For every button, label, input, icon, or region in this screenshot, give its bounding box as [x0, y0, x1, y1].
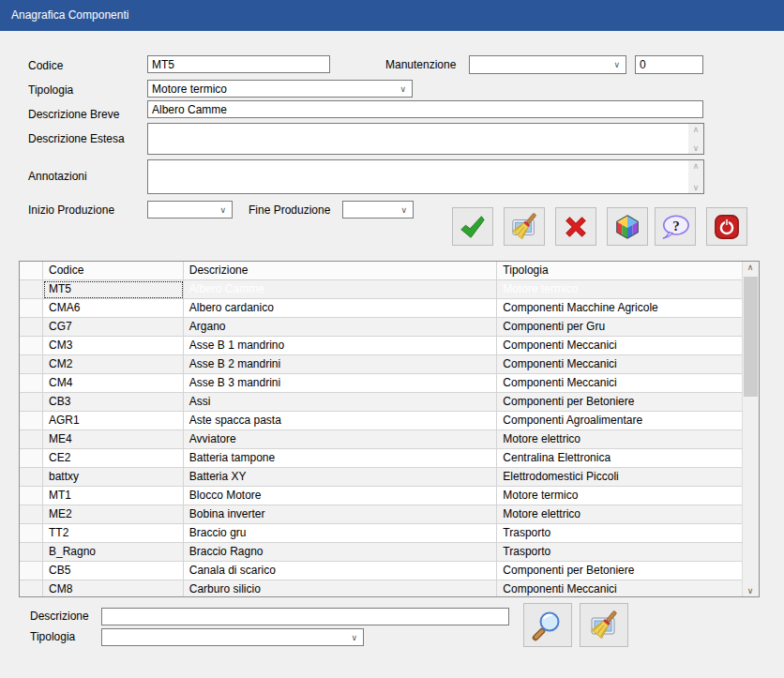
cell-descrizione[interactable]: Asse B 2 mandrini	[184, 355, 498, 374]
cell-codice[interactable]: MT1	[43, 487, 184, 505]
cell-tipologia[interactable]: Componenti Meccanici	[497, 374, 742, 393]
row-header-cell[interactable]	[20, 280, 43, 299]
table-row[interactable]: ME2Bobina inverterMotore elettrico	[20, 505, 742, 524]
cell-tipologia[interactable]: Componenti per Betoniere	[497, 562, 742, 580]
cell-codice[interactable]: CB3	[43, 393, 184, 412]
cell-tipologia[interactable]: Motore termico	[497, 280, 742, 299]
cell-tipologia[interactable]: Motore termico	[497, 487, 742, 505]
row-header-cell[interactable]	[20, 355, 43, 374]
cell-descrizione[interactable]: Argano	[184, 318, 498, 337]
cell-descrizione[interactable]: Asse B 3 mandrini	[184, 374, 498, 393]
cell-tipologia[interactable]: Componenti Macchine Agricole	[497, 299, 742, 318]
cell-codice[interactable]: ME2	[43, 505, 184, 524]
cell-descrizione[interactable]: Albero Camme	[184, 280, 498, 299]
textarea-scrollbar[interactable]: ∧ ∨	[688, 124, 703, 154]
cell-codice[interactable]: CM2	[43, 355, 184, 374]
cell-codice[interactable]: ME4	[43, 430, 184, 449]
table-row[interactable]: CMA6Albero cardanicoComponenti Macchine …	[20, 299, 742, 318]
row-header-cell[interactable]	[20, 543, 43, 562]
cell-tipologia[interactable]: Motore elettrico	[497, 430, 742, 449]
manutenzione-combo[interactable]: ∨	[469, 55, 626, 74]
table-row[interactable]: CB3AssiComponenti per Betoniere	[20, 393, 742, 412]
cell-tipologia[interactable]: Componenti per Betoniere	[497, 393, 742, 412]
table-row[interactable]: battxyBatteria XYElettrodomestici Piccol…	[20, 468, 742, 487]
delete-button[interactable]	[555, 207, 596, 246]
row-header-cell[interactable]	[20, 412, 43, 430]
table-row[interactable]: MT5Albero CammeMotore termico	[20, 280, 742, 299]
cell-codice[interactable]: TT2	[43, 524, 184, 543]
cell-tipologia[interactable]: Componenti Meccanici	[497, 337, 742, 355]
cell-tipologia[interactable]: Trasporto	[497, 543, 742, 562]
row-header-cell[interactable]	[20, 337, 43, 355]
table-vertical-scrollbar[interactable]: ∧ ∨	[742, 262, 759, 596]
row-header-cell[interactable]	[20, 299, 43, 318]
cell-codice[interactable]: AGR1	[43, 412, 184, 430]
descrizione-breve-input[interactable]	[147, 100, 703, 118]
scroll-up-icon[interactable]: ∧	[743, 263, 758, 272]
table-row[interactable]: CM4Asse B 3 mandriniComponenti Meccanici	[20, 374, 742, 393]
table-row[interactable]: CB5Canala di scaricoComponenti per Beton…	[20, 562, 742, 580]
components-button[interactable]	[607, 207, 648, 246]
cell-descrizione[interactable]: Albero cardanico	[184, 299, 498, 318]
column-header-tipologia[interactable]: Tipologia	[497, 262, 742, 280]
codice-input[interactable]	[147, 55, 330, 73]
table-row[interactable]: CG7ArganoComponenti per Gru	[20, 318, 742, 337]
row-header-cell[interactable]	[20, 562, 43, 580]
cell-descrizione[interactable]: Aste spacca pasta	[184, 412, 498, 430]
cell-descrizione[interactable]: Bobina inverter	[184, 505, 498, 524]
cell-descrizione[interactable]: Blocco Motore	[184, 487, 498, 505]
cell-tipologia[interactable]: Componenti Meccanici	[497, 580, 742, 596]
row-header-cell[interactable]	[20, 524, 43, 543]
row-header-cell[interactable]	[20, 580, 43, 596]
table-row[interactable]: B_RagnoBraccio RagnoTrasporto	[20, 543, 742, 562]
row-header-cell[interactable]	[20, 487, 43, 505]
cell-tipologia[interactable]: Elettrodomestici Piccoli	[497, 468, 742, 487]
cell-codice[interactable]: battxy	[43, 468, 184, 487]
row-header-cell[interactable]	[20, 468, 43, 487]
cell-codice[interactable]: MT5	[43, 280, 184, 299]
cell-codice[interactable]: CM3	[43, 337, 184, 355]
cell-descrizione[interactable]: Carburo silicio	[184, 580, 498, 596]
confirm-button[interactable]	[452, 207, 493, 246]
table-row[interactable]: TT2Braccio gruTrasporto	[20, 524, 742, 543]
filter-tipologia-combo[interactable]: ∨	[101, 628, 364, 646]
scroll-down-icon[interactable]: ∨	[743, 586, 758, 595]
cell-codice[interactable]: CG7	[43, 318, 184, 337]
cell-descrizione[interactable]: Batteria tampone	[184, 449, 498, 468]
cell-tipologia[interactable]: Motore elettrico	[497, 505, 742, 524]
table-row[interactable]: AGR1Aste spacca pastaComponenti Agroalim…	[20, 412, 742, 430]
column-header-descrizione[interactable]: Descrizione	[184, 262, 498, 280]
cell-descrizione[interactable]: Assi	[184, 393, 498, 412]
row-header-cell[interactable]	[20, 449, 43, 468]
descrizione-estesa-textarea[interactable]: ∧ ∨	[147, 123, 704, 155]
row-header-cell[interactable]	[20, 505, 43, 524]
cell-tipologia[interactable]: Componenti Meccanici	[497, 355, 742, 374]
row-header-cell[interactable]	[20, 393, 43, 412]
inizio-produzione-combo[interactable]: ∨	[147, 201, 233, 218]
search-button[interactable]	[523, 603, 572, 647]
row-header-cell[interactable]	[20, 374, 43, 393]
table-row[interactable]: CM8Carburo silicioComponenti Meccanici	[20, 580, 742, 596]
table-row[interactable]: ME4AvviatoreMotore elettrico	[20, 430, 742, 449]
cell-tipologia[interactable]: Centralina Elettronica	[497, 449, 742, 468]
table-row[interactable]: CM2Asse B 2 mandriniComponenti Meccanici	[20, 355, 742, 374]
textarea-scrollbar[interactable]: ∧ ∨	[688, 160, 703, 193]
cell-codice[interactable]: CM4	[43, 374, 184, 393]
cell-codice[interactable]: CB5	[43, 562, 184, 580]
cell-codice[interactable]: CM8	[43, 580, 184, 596]
help-button[interactable]: ?	[655, 207, 696, 246]
cell-codice[interactable]: B_Ragno	[43, 543, 184, 562]
cell-tipologia[interactable]: Componenti per Gru	[497, 318, 742, 337]
tipologia-combo[interactable]: Motore termico ∨	[147, 80, 413, 98]
cell-descrizione[interactable]: Braccio Ragno	[184, 543, 498, 562]
cell-descrizione[interactable]: Canala di scarico	[184, 562, 498, 580]
exit-button[interactable]	[706, 207, 747, 246]
cell-descrizione[interactable]: Asse B 1 mandrino	[184, 337, 498, 355]
scrollbar-thumb[interactable]	[744, 277, 758, 397]
table-row[interactable]: MT1Blocco MotoreMotore termico	[20, 487, 742, 505]
clear-form-button[interactable]	[504, 207, 545, 246]
annotazioni-textarea[interactable]: ∧ ∨	[147, 159, 704, 194]
clear-filter-button[interactable]	[580, 603, 628, 647]
cell-descrizione[interactable]: Braccio gru	[184, 524, 498, 543]
table-row[interactable]: CM3Asse B 1 mandrinoComponenti Meccanici	[20, 337, 742, 355]
